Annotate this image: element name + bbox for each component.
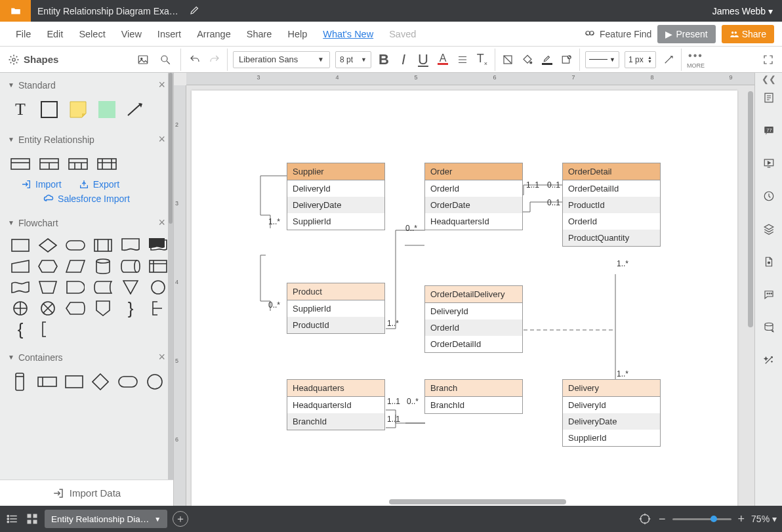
menu-insert[interactable]: Insert xyxy=(150,29,189,39)
border-color-icon[interactable] xyxy=(540,52,554,67)
template-icon[interactable] xyxy=(762,255,776,269)
menu-edit[interactable]: Edit xyxy=(39,29,71,39)
zoom-level[interactable]: 75% ▾ xyxy=(751,514,777,524)
font-select[interactable]: Liberation Sans▼ xyxy=(233,51,330,68)
entity-product[interactable]: Product SupplierId ProductId xyxy=(287,283,385,334)
menu-share[interactable]: Share xyxy=(239,29,280,39)
flow-brace-r[interactable]: } xyxy=(121,300,140,316)
flow-document[interactable] xyxy=(121,237,140,253)
align-icon[interactable] xyxy=(455,52,470,67)
history-icon[interactable] xyxy=(762,189,776,203)
bold-icon[interactable]: B xyxy=(377,52,391,67)
entity-delivery[interactable]: Delivery DeliveryId DeliveryDate Supplie… xyxy=(562,379,661,447)
flow-delay[interactable] xyxy=(66,279,85,295)
er-shape-1[interactable] xyxy=(10,154,30,174)
flow-data[interactable] xyxy=(66,258,85,274)
close-icon[interactable]: × xyxy=(158,133,165,146)
flow-internal[interactable] xyxy=(148,258,168,274)
entity-order[interactable]: Order OrderId OrderDate HeadquartersId xyxy=(424,163,523,230)
flow-decision[interactable] xyxy=(38,237,58,253)
container-rect[interactable] xyxy=(37,372,57,392)
magic-icon[interactable] xyxy=(762,353,776,367)
zoom-in-button[interactable]: + xyxy=(738,512,745,526)
user-menu[interactable]: James Webb ▾ xyxy=(703,6,782,16)
zoom-out-button[interactable]: − xyxy=(659,512,666,526)
close-icon[interactable]: × xyxy=(158,78,165,92)
flow-manual-input[interactable] xyxy=(10,258,30,274)
container-diamond[interactable] xyxy=(91,372,110,392)
import-data-button[interactable]: Import Data xyxy=(0,480,173,506)
flow-process[interactable] xyxy=(10,237,30,253)
shapes-panel-toggle[interactable]: Shapes xyxy=(8,54,58,66)
clear-format-icon[interactable]: T× xyxy=(475,52,489,67)
flow-papertape[interactable] xyxy=(10,279,30,295)
edit-title-icon[interactable] xyxy=(189,4,201,18)
er-shape-2[interactable] xyxy=(39,154,59,174)
text-color-icon[interactable]: A xyxy=(436,52,450,67)
container-pill[interactable] xyxy=(10,372,30,392)
flow-database[interactable] xyxy=(93,258,113,274)
flow-brace-l[interactable]: { xyxy=(10,321,30,337)
undo-icon[interactable] xyxy=(188,52,202,67)
section-containers-header[interactable]: ▼Containers× xyxy=(0,345,173,369)
close-icon[interactable]: × xyxy=(158,350,165,364)
canvas-h-scrollbar[interactable] xyxy=(199,499,727,506)
flow-multidoc[interactable] xyxy=(148,237,168,253)
entity-branch[interactable]: Branch BranchId xyxy=(424,379,523,414)
text-shape[interactable]: T xyxy=(10,100,30,119)
flow-manual-op[interactable] xyxy=(38,279,58,295)
flow-sum[interactable] xyxy=(38,300,58,316)
menu-whats-new[interactable]: What's New xyxy=(315,29,381,39)
canvas-v-scrollbar[interactable] xyxy=(748,91,753,327)
er-shape-4[interactable] xyxy=(97,154,117,174)
flow-directdata[interactable] xyxy=(121,258,140,274)
section-er-header[interactable]: ▼Entity Relationship× xyxy=(0,127,173,152)
line-shape[interactable] xyxy=(126,100,146,119)
flow-preparation[interactable] xyxy=(38,258,58,274)
flow-predefined[interactable] xyxy=(93,237,113,253)
font-size-select[interactable]: 8 pt▼ xyxy=(335,51,371,68)
shape-options-icon[interactable] xyxy=(560,52,574,67)
target-icon[interactable] xyxy=(638,512,652,526)
list-view-icon[interactable] xyxy=(5,512,20,526)
chat-icon[interactable] xyxy=(762,287,776,302)
collapse-right-panel-icon[interactable]: ❮❮ xyxy=(754,73,782,85)
close-icon[interactable]: × xyxy=(158,216,165,230)
note-shape[interactable] xyxy=(68,100,88,119)
container-round[interactable] xyxy=(118,372,138,392)
folder-icon[interactable] xyxy=(0,0,31,22)
flow-offpage[interactable] xyxy=(93,300,113,316)
comments-icon[interactable]: 77 xyxy=(762,123,776,138)
block-shape[interactable] xyxy=(39,100,59,119)
fullscreen-icon[interactable] xyxy=(761,52,775,67)
flow-merge[interactable] xyxy=(121,279,140,295)
section-flowchart-header[interactable]: ▼Flowchart× xyxy=(0,211,173,235)
line-style-select[interactable]: ▼ xyxy=(585,51,619,68)
flow-stored[interactable] xyxy=(93,279,113,295)
hotspot-shape[interactable] xyxy=(97,100,117,119)
present-icon[interactable] xyxy=(762,156,776,171)
flow-display[interactable] xyxy=(66,300,85,316)
section-standard-header[interactable]: ▼Standard× xyxy=(0,73,173,97)
entity-hq[interactable]: Headquarters HeadquartersId BranchId xyxy=(287,379,385,430)
image-icon[interactable] xyxy=(136,52,150,67)
underline-icon[interactable]: U xyxy=(416,52,430,67)
entity-orderdetail[interactable]: OrderDetail OrderDetailId ProductId Orde… xyxy=(562,163,661,247)
menu-view[interactable]: View xyxy=(113,29,150,39)
flow-or[interactable] xyxy=(10,300,30,316)
more-button[interactable]: •••MORE xyxy=(687,50,705,69)
page-tab[interactable]: Entity Relationship Dia… ▼ xyxy=(45,510,167,528)
flow-card[interactable] xyxy=(38,321,58,337)
layers-icon[interactable] xyxy=(762,222,776,236)
menu-arrange[interactable]: Arrange xyxy=(189,29,239,39)
search-icon[interactable] xyxy=(158,52,173,67)
menu-select[interactable]: Select xyxy=(71,29,113,39)
add-page-button[interactable]: ＋ xyxy=(173,511,188,527)
connector-icon[interactable] xyxy=(661,52,676,67)
export-button[interactable]: Export xyxy=(79,179,119,190)
grid-view-icon[interactable] xyxy=(25,512,39,526)
menu-file[interactable]: File xyxy=(8,29,39,39)
share-button[interactable]: Share xyxy=(722,25,774,43)
line-width-select[interactable]: 1 px▲▼ xyxy=(625,51,656,68)
document-title[interactable]: Entity Relationship Diagram Exa… xyxy=(31,6,185,16)
